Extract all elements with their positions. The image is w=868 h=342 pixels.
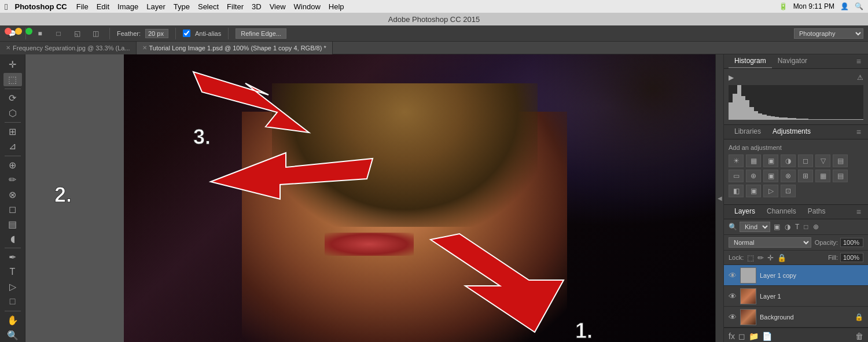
adj-curves[interactable]: ▣ (763, 155, 778, 167)
adj-hsl[interactable]: ▽ (815, 155, 830, 167)
eraser-tool[interactable]: ◻ (3, 203, 22, 216)
new-layer-icon[interactable]: 📄 (762, 332, 772, 341)
refine-edge-button[interactable]: Refine Edge... (236, 28, 286, 39)
type-tool[interactable]: T (3, 266, 22, 280)
layer-eye-0[interactable]: 👁 (729, 271, 737, 280)
tab-paths[interactable]: Paths (802, 205, 832, 219)
adj-invert[interactable]: ⊞ (798, 170, 813, 182)
doc-tab-1[interactable]: ✕ Tutorial Long Image 1.psd @ 100% (Shap… (137, 42, 333, 54)
menu-filter[interactable]: Filter (227, 2, 244, 11)
canvas-area[interactable]: 1. 2. 3. (25, 54, 715, 342)
path-select-tool[interactable]: ▷ (3, 280, 22, 294)
fill-input[interactable] (840, 253, 863, 262)
panel-menu-adj[interactable]: ≡ (854, 125, 863, 139)
adj-colorlookup[interactable]: ⊗ (781, 170, 796, 182)
layer-eye-1[interactable]: 👁 (729, 292, 737, 301)
tab-layers[interactable]: Layers (729, 205, 761, 219)
tab-navigator[interactable]: Navigator (772, 54, 813, 68)
menu-file[interactable]: File (76, 2, 89, 11)
tab-adjustments[interactable]: Adjustments (767, 125, 816, 139)
menu-help[interactable]: Help (329, 2, 344, 11)
minimize-button[interactable] (15, 28, 22, 35)
adj-levels[interactable]: ▦ (746, 155, 761, 167)
tab-libraries[interactable]: Libraries (729, 125, 767, 139)
close-button[interactable] (5, 28, 12, 35)
shape-icon-sub[interactable]: □ (52, 27, 65, 41)
panel-collapse-bar[interactable]: ◀ (715, 54, 723, 342)
adj-colorbalance[interactable]: ▤ (833, 155, 848, 167)
shape-tool[interactable]: □ (3, 295, 22, 309)
move-tool[interactable]: ✛ (3, 58, 22, 72)
eyedropper-tool[interactable]: ⊿ (3, 139, 22, 153)
feather-input[interactable] (145, 29, 168, 38)
zoom-tool[interactable]: 🔍 (3, 328, 22, 342)
adj-extra1[interactable]: ▷ (763, 185, 778, 197)
menu-layer[interactable]: Layer (146, 2, 165, 11)
panel-menu-layers[interactable]: ≡ (854, 205, 863, 219)
menu-window[interactable]: Window (294, 2, 321, 11)
adj-bw[interactable]: ▭ (729, 170, 744, 182)
crop-tool[interactable]: ⊞ (3, 125, 22, 139)
menu-edit[interactable]: Edit (97, 2, 109, 11)
menu-type[interactable]: Type (174, 2, 190, 11)
lock-all-icon[interactable]: 🔒 (777, 253, 786, 262)
pen-tool[interactable]: ✒ (3, 251, 22, 264)
shape-icon-rect[interactable]: ■ (33, 27, 47, 41)
new-group-icon[interactable]: 📁 (749, 332, 759, 341)
menu-view[interactable]: View (270, 2, 286, 11)
antialias-checkbox[interactable] (183, 30, 190, 37)
layer-row-0[interactable]: 👁 Layer 1 copy (724, 265, 868, 286)
add-style-icon[interactable]: fx (729, 332, 735, 341)
doc-tab-close-0[interactable]: ✕ (6, 45, 10, 51)
layer-eye-2[interactable]: 👁 (729, 312, 737, 322)
shape-icon-intersect[interactable]: ◱ (70, 27, 84, 41)
workspace-dropdown[interactable]: Photography (794, 28, 863, 39)
filter-pixel-icon[interactable]: ▣ (773, 222, 781, 232)
doc-tab-0[interactable]: ✕ Frequency Separation.jpg @ 33.3% (La..… (0, 42, 137, 54)
adj-channel-mix[interactable]: ▣ (763, 170, 778, 182)
adj-posterize[interactable]: ▦ (815, 170, 830, 182)
filter-adjust-icon[interactable]: ◑ (784, 222, 792, 232)
menu-select[interactable]: Select (198, 2, 219, 11)
panel-menu-histogram[interactable]: ≡ (854, 54, 863, 68)
tab-channels[interactable]: Channels (761, 205, 802, 219)
filter-smart-icon[interactable]: ⊕ (812, 222, 820, 232)
adj-vibrance[interactable]: ◻ (798, 155, 813, 167)
adj-selective-color[interactable]: ▣ (746, 185, 761, 197)
adj-photo-filter[interactable]: ⊕ (746, 170, 761, 182)
filter-shape-icon[interactable]: □ (803, 222, 809, 232)
adj-extra2[interactable]: ⊡ (781, 185, 796, 197)
opacity-input[interactable] (840, 238, 863, 247)
hand-tool[interactable]: ✋ (3, 314, 22, 328)
adj-threshold[interactable]: ▤ (833, 170, 848, 182)
adj-brightness[interactable]: ☀ (729, 155, 744, 167)
brush-tool[interactable]: ✏ (3, 173, 22, 187)
heal-tool[interactable]: ⊕ (3, 158, 22, 172)
blend-mode-select[interactable]: Normal (729, 237, 811, 248)
lock-position-icon[interactable]: ✛ (767, 253, 774, 262)
menu-3d[interactable]: 3D (252, 2, 262, 11)
shape-icon-exclude[interactable]: ◫ (89, 27, 102, 41)
doc-tab-close-1[interactable]: ✕ (142, 45, 147, 51)
dodge-tool[interactable]: ◖ (3, 232, 22, 246)
layer-row-1[interactable]: 👁 Layer 1 (724, 286, 868, 307)
layers-kind-select[interactable]: Kind (740, 222, 770, 232)
layer-row-2[interactable]: 👁 Background 🔒 (724, 307, 868, 328)
apple-menu[interactable]:  (5, 2, 8, 12)
gradient-tool[interactable]: ▤ (3, 217, 22, 231)
tab-histogram[interactable]: Histogram (729, 54, 772, 68)
lock-image-icon[interactable]: ✏ (757, 253, 764, 262)
add-mask-icon[interactable]: ◻ (738, 332, 745, 341)
search-icon[interactable]: 🔍 (855, 2, 863, 10)
adj-gradient-map[interactable]: ◧ (729, 185, 744, 197)
delete-layer-icon[interactable]: 🗑 (855, 332, 863, 341)
menu-image[interactable]: Image (117, 2, 138, 11)
lasso-tool[interactable]: ⟳ (3, 91, 22, 105)
marquee-tool[interactable]: ⬚ (3, 73, 22, 87)
lock-transparent-icon[interactable]: ⬚ (747, 253, 754, 262)
histogram-play-icon[interactable]: ▶ (729, 73, 734, 82)
maximize-button[interactable] (25, 28, 32, 35)
adj-exposure[interactable]: ◑ (781, 155, 796, 167)
quick-select-tool[interactable]: ⬡ (3, 106, 22, 120)
filter-type-icon[interactable]: T (794, 222, 800, 232)
